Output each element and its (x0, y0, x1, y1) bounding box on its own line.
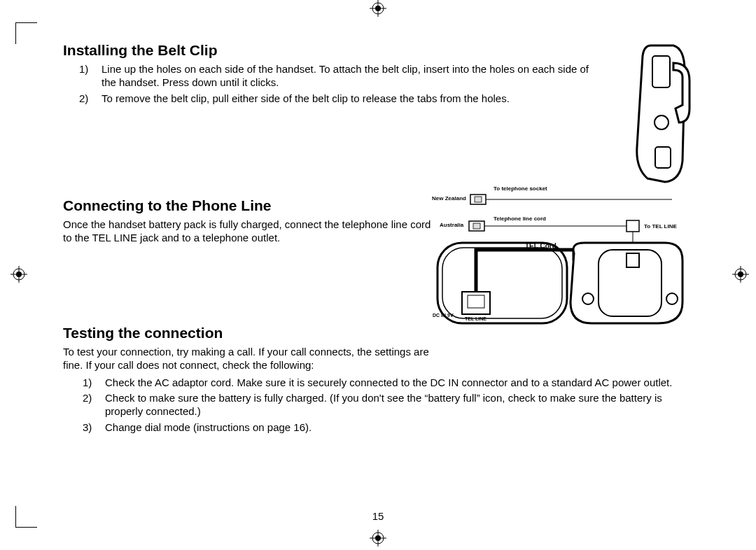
page-number: 15 (0, 510, 756, 522)
list-item: Change dial mode (instructions on page 1… (105, 421, 693, 435)
registration-mark-right (732, 266, 749, 283)
list-item: To remove the belt clip, pull either sid… (102, 92, 602, 106)
diagram-label-to-tel-line: To TEL LINE (644, 223, 677, 230)
diagram-label-dc-in: DC IN 9V (433, 313, 454, 318)
list-item: Line up the holes on each side of the ha… (102, 63, 602, 90)
diagram-label-tel-line: TEL LINE (465, 316, 486, 321)
diagram-label-nz: New Zealand (432, 195, 466, 202)
diagram-label-line-cord: Telephone line cord (493, 216, 546, 222)
registration-mark-bottom (370, 530, 386, 547)
svg-rect-20 (475, 197, 482, 202)
body-phone-line: Once the handset battery pack is fully c… (63, 218, 441, 245)
svg-rect-25 (626, 220, 639, 232)
diagram-label-au: Australia (440, 222, 463, 228)
svg-rect-16 (652, 56, 670, 87)
handset-illustration (623, 42, 693, 185)
svg-rect-17 (655, 147, 671, 168)
heading-belt-clip: Installing the Belt Clip (63, 42, 602, 59)
svg-point-34 (666, 293, 678, 304)
base-unit-illustration: New Zealand Australia To telephone socke… (434, 183, 693, 330)
list-item: Check the AC adaptor cord. Make sure it … (105, 376, 693, 390)
crop-mark-top-left (15, 22, 37, 44)
heading-phone-line: Connecting to the Phone Line (63, 197, 441, 214)
registration-mark-left (10, 266, 27, 283)
registration-mark-top (370, 0, 386, 17)
svg-rect-30 (468, 295, 484, 308)
list-belt-clip: Line up the holes on each side of the ha… (63, 63, 602, 105)
heading-testing: Testing the connection (63, 325, 693, 341)
list-testing: Check the AC adaptor cord. Make sure it … (63, 376, 693, 435)
svg-rect-32 (626, 253, 639, 267)
diagram-label-socket: To telephone socket (493, 185, 547, 192)
svg-rect-22 (473, 223, 480, 229)
svg-point-33 (582, 293, 594, 304)
diagram-label-tel-cord: TEL Cord (525, 242, 556, 250)
body-testing: To test your connection, try making a ca… (63, 346, 441, 372)
list-item: Check to make sure the battery is fully … (105, 392, 693, 418)
svg-rect-28 (442, 248, 562, 318)
